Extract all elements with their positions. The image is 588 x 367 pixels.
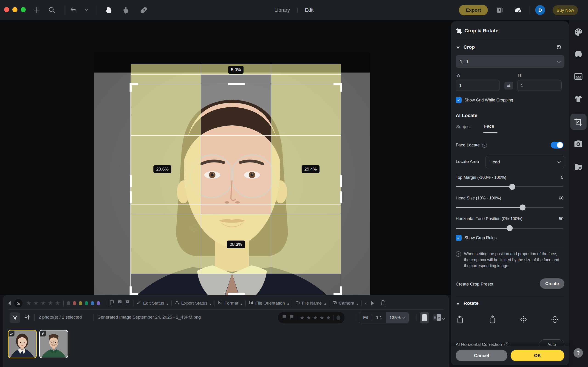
collapse-toolbar-icon[interactable] bbox=[8, 301, 11, 305]
undo-history-chevron-icon[interactable] bbox=[82, 6, 91, 15]
camera-menu[interactable]: Camera bbox=[332, 300, 358, 306]
flag-reject-icon[interactable] bbox=[125, 300, 130, 306]
crop-handle-top-left[interactable] bbox=[129, 83, 132, 92]
rating-filter-ge-icon[interactable]: ≥ bbox=[14, 299, 23, 307]
file-orientation-menu[interactable]: File Orientation bbox=[249, 300, 289, 306]
color-label-gray[interactable] bbox=[67, 301, 70, 305]
ai-horizontal-correction-help-icon[interactable]: ? bbox=[504, 342, 509, 346]
show-grid-checkbox[interactable]: ✓ bbox=[456, 97, 462, 103]
star-icon[interactable]: ★ bbox=[313, 315, 318, 320]
crop-handle-left-middle[interactable] bbox=[130, 175, 132, 187]
undo-icon[interactable] bbox=[69, 6, 78, 15]
color-label-yellow[interactable] bbox=[79, 301, 82, 305]
star-icon[interactable]: ★ bbox=[55, 300, 60, 306]
crop-handle-left-middle[interactable] bbox=[130, 192, 132, 203]
color-label-green[interactable] bbox=[85, 301, 88, 305]
color-label-none-icon[interactable] bbox=[336, 315, 341, 320]
crop-handle-bottom-left[interactable] bbox=[129, 286, 132, 295]
face-locate-help-icon[interactable]: ? bbox=[482, 143, 487, 148]
format-menu[interactable]: Format bbox=[218, 300, 242, 306]
flip-horizontal-icon[interactable] bbox=[519, 315, 528, 325]
close-window-button[interactable] bbox=[4, 7, 9, 12]
top-margin-slider[interactable] bbox=[456, 186, 563, 187]
avatar[interactable]: D bbox=[535, 5, 545, 15]
edit-status-menu[interactable]: Edit Status bbox=[137, 300, 168, 306]
trash-icon[interactable] bbox=[380, 300, 385, 307]
heal-tool-icon[interactable] bbox=[139, 6, 148, 15]
one-to-one-button[interactable]: 1:1 bbox=[372, 315, 386, 320]
width-input[interactable]: 1 bbox=[456, 80, 500, 91]
star-icon[interactable]: ★ bbox=[33, 300, 38, 306]
layout-single-button[interactable] bbox=[420, 312, 429, 323]
star-icon[interactable]: ★ bbox=[307, 315, 311, 320]
crop-handle-bottom-right[interactable] bbox=[340, 286, 342, 295]
sort-icon[interactable] bbox=[24, 314, 30, 322]
flag-pick-icon[interactable] bbox=[117, 300, 122, 306]
color-label-purple[interactable] bbox=[97, 301, 100, 305]
swap-wh-button[interactable]: ⇄ bbox=[504, 82, 513, 90]
camera-icon[interactable] bbox=[574, 139, 583, 149]
head-size-slider[interactable] bbox=[456, 207, 563, 208]
star-icon[interactable]: ★ bbox=[319, 315, 324, 320]
auto-correction-button[interactable]: Auto bbox=[539, 340, 564, 346]
next-page-icon[interactable] bbox=[371, 301, 374, 305]
zoom-level-dropdown[interactable]: 135% bbox=[386, 312, 409, 323]
portrait-icon[interactable] bbox=[574, 50, 583, 59]
slider-knob[interactable] bbox=[509, 184, 515, 190]
export-status-menu[interactable]: Export Status bbox=[175, 300, 211, 306]
ok-button[interactable]: OK bbox=[511, 350, 564, 361]
file-name-menu[interactable]: File Name bbox=[295, 300, 326, 306]
aspect-ratio-dropdown[interactable]: 1 : 1 bbox=[456, 55, 564, 68]
create-preset-button[interactable]: Create bbox=[540, 278, 564, 289]
export-button[interactable]: Export bbox=[459, 5, 488, 15]
crop-handle-top-center[interactable] bbox=[228, 83, 245, 85]
show-crop-rules-checkbox[interactable]: ✓ bbox=[456, 235, 462, 241]
star-icon[interactable]: ★ bbox=[48, 300, 53, 306]
search-icon[interactable] bbox=[47, 6, 57, 15]
crop-handle-right-middle[interactable] bbox=[340, 175, 342, 187]
rotate-left-icon[interactable] bbox=[456, 315, 465, 325]
prev-page-icon[interactable]: ‹ bbox=[365, 300, 367, 306]
crop-tool-icon[interactable] bbox=[574, 117, 583, 126]
reset-crop-icon[interactable] bbox=[556, 44, 562, 51]
locate-area-dropdown[interactable]: Head bbox=[486, 156, 564, 168]
star-icon[interactable]: ★ bbox=[41, 300, 46, 306]
slider-knob[interactable] bbox=[507, 225, 513, 231]
color-label-red[interactable] bbox=[73, 301, 76, 305]
add-icon[interactable] bbox=[32, 6, 41, 15]
before-after-button[interactable]: B A bbox=[433, 314, 441, 321]
crop-handle-bottom-center[interactable] bbox=[228, 293, 245, 295]
flag-pick-icon[interactable] bbox=[282, 315, 287, 321]
color-label-blue[interactable] bbox=[91, 301, 94, 305]
folder-preview-icon[interactable] bbox=[574, 162, 583, 171]
buy-now-button[interactable]: Buy Now bbox=[553, 5, 578, 15]
background-icon[interactable] bbox=[574, 72, 583, 81]
cancel-button[interactable]: Cancel bbox=[456, 350, 507, 361]
fit-button[interactable]: Fit bbox=[359, 315, 372, 320]
crop-handle-top-right[interactable] bbox=[340, 83, 342, 92]
flip-vertical-icon[interactable] bbox=[550, 315, 560, 325]
star-icon[interactable]: ★ bbox=[300, 315, 305, 320]
tab-library[interactable]: Library bbox=[274, 7, 290, 13]
cloud-sync-icon[interactable] bbox=[514, 6, 523, 15]
height-input[interactable]: 1 bbox=[517, 80, 562, 91]
thumbnail-selected[interactable] bbox=[8, 330, 37, 358]
star-icon[interactable]: ★ bbox=[26, 300, 31, 306]
slider-knob[interactable] bbox=[520, 205, 526, 210]
help-button[interactable]: ? bbox=[573, 348, 583, 358]
thumbnail-unselected[interactable] bbox=[39, 330, 68, 358]
crop-section-collapse-icon[interactable] bbox=[456, 46, 460, 50]
rotate-section-collapse-icon[interactable] bbox=[456, 302, 460, 306]
tab-subject[interactable]: Subject bbox=[456, 124, 471, 129]
tab-edit[interactable]: Edit bbox=[305, 7, 314, 13]
crop-handle-right-middle[interactable] bbox=[340, 192, 342, 203]
clothes-icon[interactable] bbox=[574, 94, 583, 103]
rotate-right-icon[interactable] bbox=[487, 315, 497, 325]
export-panel-icon[interactable] bbox=[495, 6, 504, 15]
drag-tool-icon[interactable] bbox=[121, 6, 130, 15]
hand-tool-icon[interactable] bbox=[104, 6, 113, 15]
horizontal-face-position-slider[interactable] bbox=[456, 228, 563, 229]
tab-face[interactable]: Face bbox=[484, 124, 494, 129]
minimize-window-button[interactable] bbox=[12, 7, 17, 12]
palette-icon[interactable] bbox=[574, 27, 583, 37]
